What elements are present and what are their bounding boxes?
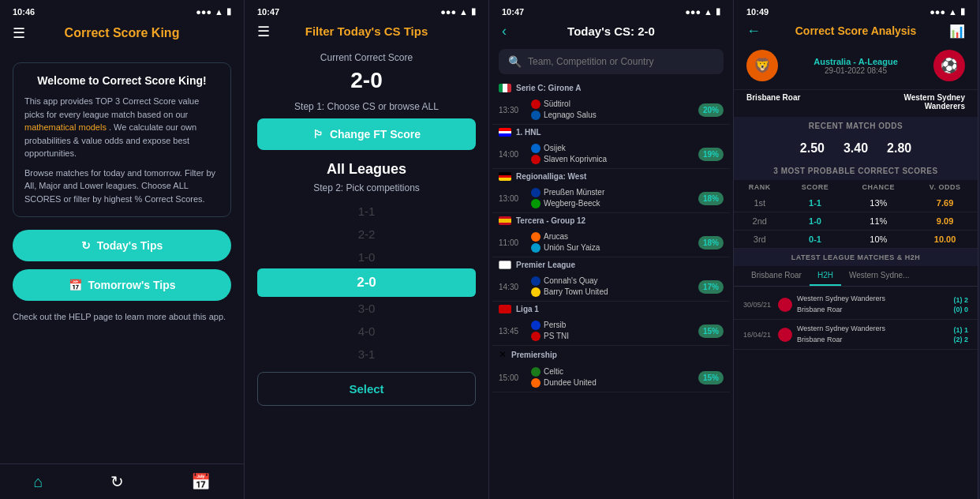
h2h-match-1[interactable]: 30/05/21 Western Sydney Wanderers Brisba…: [734, 290, 978, 320]
topbar-3: ‹ Today's CS: 2-0: [489, 20, 733, 43]
back-button-3[interactable]: ‹: [502, 23, 507, 39]
match-time-2: 14:00: [499, 150, 526, 159]
screen1-content: Welcome to Correct Score King! This app …: [0, 47, 244, 463]
calendar-icon: 📅: [69, 279, 82, 291]
badge-osijek: [531, 144, 540, 153]
step1-label: Step 1: Choose CS or browse ALL: [257, 101, 476, 112]
team-connah: Connah's Quay: [531, 276, 694, 287]
league-name-premier: Premier League: [516, 261, 575, 269]
back-button-4[interactable]: ←: [746, 23, 761, 39]
tab-wsw[interactable]: Western Sydne...: [841, 266, 918, 286]
topbar-4: ← Correct Score Analysis 📊: [734, 20, 978, 42]
match-row-arucas[interactable]: 11:00 Arucas Unión Sur Yaiza 18%: [492, 228, 730, 257]
h2h-date-1: 30/05/21: [743, 301, 773, 309]
score-item-30[interactable]: 3-0: [257, 297, 476, 320]
score-item-11[interactable]: 1-1: [257, 200, 476, 223]
wifi-icon-4: ▲: [948, 7, 957, 17]
h2h-score1-1: (1) 2: [953, 296, 968, 304]
status-bar-2: 10:47 ●●● ▲ ▮: [245, 0, 488, 20]
team-slaven: Slaven Koprivnica: [531, 154, 694, 165]
h2h-team1-2: Western Sydney Wanderers: [797, 324, 948, 335]
team-arucas: Arucas: [531, 231, 694, 242]
vodds-1: 7.69: [912, 194, 978, 212]
match-row-celtic[interactable]: 15:00 Celtic Dundee United 15%: [492, 363, 730, 392]
match-row-connah[interactable]: 14:30 Connah's Quay Barry Town United 17…: [492, 272, 730, 302]
screen3-title: Today's CS: 2-0: [567, 24, 655, 38]
score-item-22[interactable]: 2-2: [257, 223, 476, 246]
h2h-team2-2: Brisbane Roar: [797, 335, 948, 346]
signal-icon: ●●●: [196, 7, 211, 17]
welcome-sub: Browse matches for today and tomorrow. F…: [24, 167, 219, 206]
score-item-40[interactable]: 4-0: [257, 320, 476, 343]
battery-icon-2: ▮: [471, 6, 476, 17]
score-item-31[interactable]: 3-1: [257, 343, 476, 366]
h2h-team2-1: Brisbane Roar: [797, 305, 948, 316]
hamburger-menu-1[interactable]: ☰: [13, 24, 25, 42]
status-bar-3: 10:47 ●●● ▲ ▮: [489, 0, 733, 20]
h2h-scores-1: (1) 2 (0) 0: [953, 296, 968, 313]
scores-table: RANK SCORE CHANCE V. ODDS 1st 1-1 13% 7.…: [734, 180, 978, 249]
nav-calendar[interactable]: 📅: [191, 472, 211, 491]
score-row-2: 2nd 1-0 11% 9.09: [734, 212, 978, 231]
match-row-osijek[interactable]: 14:00 Osijek Slaven Koprivnica 19%: [492, 140, 730, 169]
team-union: Unión Sur Yaiza: [531, 242, 694, 253]
flag-italy-1: [499, 84, 511, 92]
match-pct-3: 18%: [698, 192, 724, 205]
select-button[interactable]: Select: [257, 372, 476, 406]
match-teams-2: Osijek Slaven Koprivnica: [531, 143, 694, 165]
badge-persib: [531, 321, 540, 330]
tab-brisbane[interactable]: Brisbane Roar: [743, 266, 810, 286]
status-time-4: 10:49: [746, 7, 769, 17]
welcome-title: Welcome to Correct Score King!: [24, 74, 219, 87]
status-icons-4: ●●● ▲ ▮: [930, 6, 965, 17]
team-osijek: Osijek: [531, 143, 694, 154]
match-teams-7: Celtic Dundee United: [531, 366, 694, 388]
status-icons-1: ●●● ▲ ▮: [196, 6, 231, 17]
match-teams-4: Arucas Unión Sur Yaiza: [531, 231, 694, 253]
score-1: 1-1: [785, 194, 844, 212]
match-time-5: 14:30: [499, 283, 526, 291]
match-row-persib[interactable]: 13:45 Persib PS TNI 15%: [492, 317, 730, 346]
brisbane-logo: 🦁: [746, 50, 778, 81]
league-name-regional: Regionalliga: West: [516, 172, 586, 181]
h2h-match-2[interactable]: 16/04/21 Western Sydney Wanderers Brisba…: [734, 320, 978, 350]
welcome-highlight: mathematical models: [24, 122, 107, 132]
status-bar-1: 10:46 ●●● ▲ ▮: [0, 0, 244, 20]
todays-tips-button[interactable]: ↻ Today's Tips: [13, 230, 231, 261]
match-row-preussen[interactable]: 13:00 Preußen Münster Wegberg-Beeck 18%: [492, 184, 730, 213]
tomorrows-tips-button[interactable]: 📅 Tomorrow's Tips: [13, 269, 231, 301]
status-bar-4: 10:49 ●●● ▲ ▮: [734, 0, 978, 20]
nav-home[interactable]: ⌂: [33, 473, 43, 491]
score-item-20[interactable]: 2-0: [257, 268, 476, 297]
team-legnago: Legnago Salus: [531, 110, 694, 121]
team-persib: Persib: [531, 320, 694, 331]
search-input[interactable]: [528, 56, 714, 67]
match-time-1: 13:30: [499, 106, 526, 114]
tab-h2h[interactable]: H2H: [810, 266, 841, 286]
match-teams-6: Persib PS TNI: [531, 320, 694, 342]
analysis-title: Correct Score Analysis: [795, 24, 917, 37]
current-score-display: 2-0: [257, 68, 476, 93]
battery-icon: ▮: [226, 6, 231, 17]
search-bar[interactable]: 🔍: [499, 49, 724, 74]
league-title: Australia - A-League: [784, 57, 927, 66]
match-pct-5: 17%: [698, 280, 724, 294]
match-teams-3: Preußen Münster Wegberg-Beeck: [531, 187, 694, 209]
match-time-3: 13:00: [499, 194, 526, 203]
app-title-1: Correct Score King: [65, 26, 180, 40]
th-score: SCORE: [785, 180, 844, 194]
match-time-7: 15:00: [499, 373, 526, 382]
wifi-icon-2: ▲: [459, 7, 468, 17]
h2h-team1-1: Western Sydney Wanderers: [797, 294, 948, 305]
score-item-10[interactable]: 1-0: [257, 246, 476, 268]
nav-refresh[interactable]: ↻: [110, 472, 124, 491]
match-row-sudtirol[interactable]: 13:30 Südtirol Legnago Salus 20%: [492, 96, 730, 125]
hamburger-menu-2[interactable]: ☰: [257, 23, 270, 40]
match-pct-7: 15%: [698, 371, 724, 385]
badge-arucas: [531, 232, 540, 242]
change-ft-button[interactable]: 🏳 Change FT Score: [257, 118, 476, 150]
badge-barry: [531, 287, 540, 297]
badge-slaven: [531, 155, 540, 164]
match-date: 29-01-2022 08:45: [784, 66, 927, 75]
welcome-box: Welcome to Correct Score King! This app …: [13, 62, 231, 217]
